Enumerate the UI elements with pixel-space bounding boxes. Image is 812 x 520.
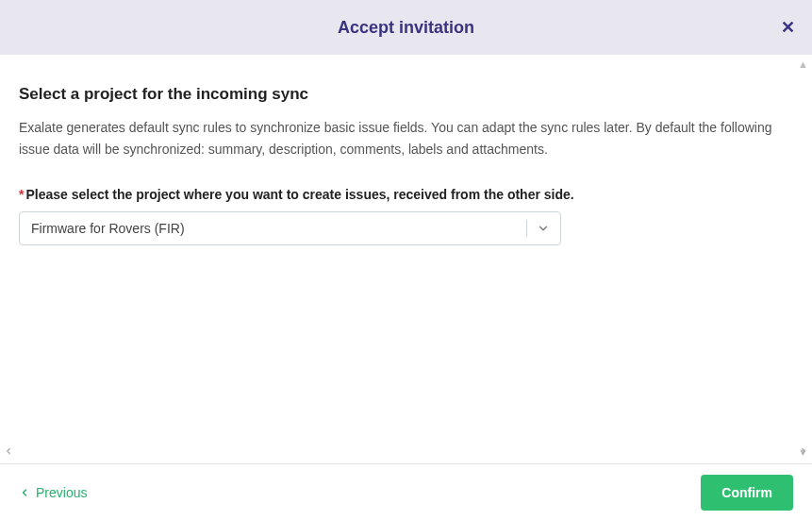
previous-label: Previous	[36, 485, 87, 500]
scrollbar-up-icon: ▲	[798, 59, 808, 70]
select-divider	[526, 220, 527, 237]
chevron-down-icon	[537, 222, 550, 235]
scroll-right-icon	[799, 443, 808, 460]
required-mark-icon: *	[19, 187, 24, 202]
close-icon[interactable]: ✕	[781, 19, 795, 36]
dialog-header: Accept invitation ✕	[0, 0, 812, 55]
previous-button[interactable]: Previous	[19, 485, 87, 500]
section-title: Select a project for the incoming sync	[19, 85, 793, 104]
chevron-left-icon	[19, 487, 30, 498]
section-description: Exalate generates default sync rules to …	[19, 117, 773, 160]
dialog-footer: Previous Confirm	[0, 463, 812, 520]
project-select-label-text: Please select the project where you want…	[25, 187, 573, 202]
project-select-value: Firmware for Rovers (FIR)	[20, 212, 526, 244]
project-select-caret[interactable]	[526, 212, 560, 244]
project-select[interactable]: Firmware for Rovers (FIR)	[19, 211, 561, 245]
scroll-left-icon	[4, 443, 13, 460]
dialog-title: Accept invitation	[338, 18, 474, 38]
confirm-button[interactable]: Confirm	[701, 475, 793, 511]
project-select-label: *Please select the project where you wan…	[19, 187, 793, 202]
dialog-content: Select a project for the incoming sync E…	[0, 55, 812, 461]
